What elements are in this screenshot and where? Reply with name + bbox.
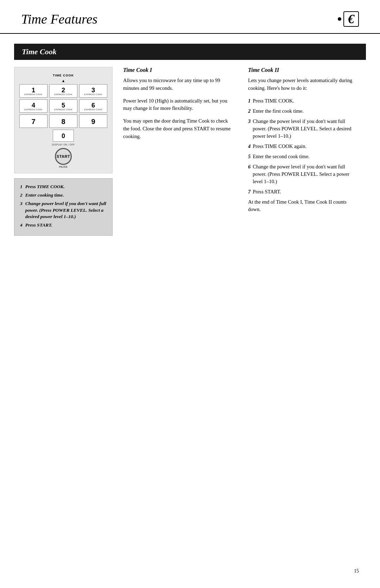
key-7[interactable]: 7 — [19, 114, 48, 128]
page-header: Time Features € — [0, 0, 380, 34]
bullet-icon — [338, 17, 341, 21]
keypad-grid: 1 EXPRESS COOK 2 EXPRESS COOK 3 EXPRESS … — [19, 84, 107, 128]
time-cook-ii-footer: At the end of Time Cook I, Time Cook II … — [248, 198, 359, 214]
content-area: TIME COOK ▲ 1 EXPRESS COOK 2 EXPRESS COO… — [14, 60, 366, 236]
key-1[interactable]: 1 EXPRESS COOK — [19, 84, 48, 98]
section-header: Time Cook — [14, 44, 366, 60]
ge-logo: € — [343, 11, 359, 27]
time-cook-label: TIME COOK — [19, 74, 107, 77]
time-cook-i-para-1: Allows you to microwave for any time up … — [123, 77, 234, 92]
left-column: TIME COOK ▲ 1 EXPRESS COOK 2 EXPRESS COO… — [14, 60, 113, 236]
time-cook-ii-title: Time Cook II — [248, 67, 359, 73]
header-icon-group: € — [338, 11, 359, 27]
display-on-off-label: DISPLAY ON / OFF — [19, 143, 107, 146]
time-cook-i-para-3: You may open the door during Time Cook t… — [123, 117, 234, 140]
key-5[interactable]: 5 EXPRESS COOK — [49, 99, 77, 113]
left-step-4: 4 Press START. — [20, 222, 107, 228]
section-title: Time Cook — [22, 47, 57, 56]
pause-label: PAUSE — [59, 166, 68, 168]
right-column: Time Cook II Lets you change power level… — [245, 60, 366, 236]
left-step-1: 1 Press TIME COOK. — [20, 184, 107, 190]
right-step-2: 2 Enter the first cook time. — [248, 107, 359, 115]
right-step-3: 3 Change the power level if you don't wa… — [248, 118, 359, 140]
left-steps-box: 1 Press TIME COOK. 2 Enter cooking time.… — [14, 178, 113, 236]
start-button[interactable]: START — [55, 148, 72, 165]
key-4[interactable]: 4 EXPRESS COOK — [19, 99, 48, 113]
key-2[interactable]: 2 EXPRESS COOK — [49, 84, 77, 98]
keypad-container: TIME COOK ▲ 1 EXPRESS COOK 2 EXPRESS COO… — [14, 67, 113, 173]
left-step-2: 2 Enter cooking time. — [20, 192, 107, 198]
page-number: 15 — [354, 568, 359, 574]
key-6[interactable]: 6 EXPRESS COOK — [79, 99, 107, 113]
key-8[interactable]: 8 — [49, 114, 77, 128]
right-step-7: 7 Press START. — [248, 188, 359, 196]
left-step-3: 3 Change power level if you don't want f… — [20, 200, 107, 220]
arrow-up-icon: ▲ — [19, 79, 107, 83]
key-0[interactable]: 0 — [53, 130, 74, 142]
start-button-area: START PAUSE — [19, 148, 107, 168]
page-title: Time Features — [21, 11, 97, 27]
right-step-4: 4 Press TIME COOK again. — [248, 143, 359, 150]
right-step-6: 6 Change the power level if you don't wa… — [248, 163, 359, 185]
key-zero-row: 0 — [19, 130, 107, 142]
time-cook-i-para-2: Power level 10 (High) is automatically s… — [123, 97, 234, 113]
key-9[interactable]: 9 — [79, 114, 107, 128]
time-cook-i-title: Time Cook I — [123, 67, 234, 73]
right-step-1: 1 Press TIME COOK. — [248, 97, 359, 105]
right-step-5: 5 Enter the second cook time. — [248, 153, 359, 160]
time-cook-ii-intro: Lets you change power levels automatical… — [248, 77, 359, 92]
middle-column: Time Cook I Allows you to microwave for … — [113, 60, 245, 236]
key-3[interactable]: 3 EXPRESS COOK — [79, 84, 107, 98]
